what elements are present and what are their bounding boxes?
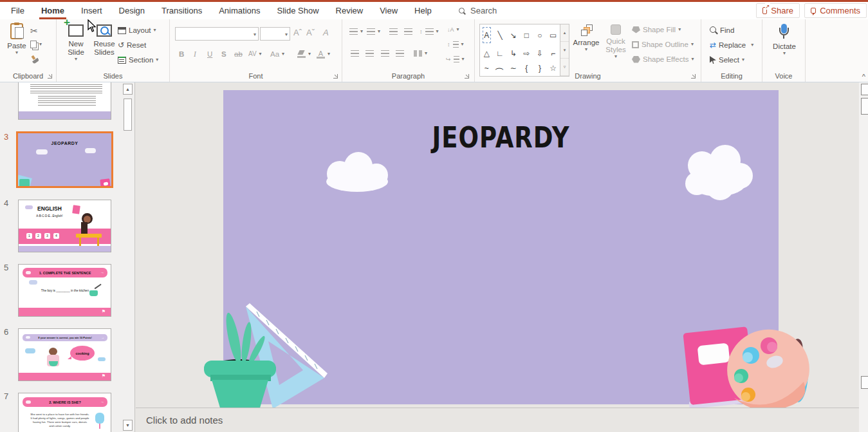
shape-outline-button[interactable]: Shape Outline ▾ bbox=[632, 41, 694, 48]
shape-corner-icon[interactable]: ⌐ bbox=[546, 46, 560, 61]
previous-slide-button[interactable] bbox=[861, 376, 868, 389]
gallery-down-icon[interactable]: ▾ bbox=[560, 42, 569, 59]
collapse-ribbon-icon[interactable]: ^ bbox=[862, 73, 865, 80]
dictate-button[interactable]: Dictate ▾ bbox=[770, 24, 799, 56]
align-center-button[interactable] bbox=[365, 50, 374, 57]
tab-review[interactable]: Review bbox=[328, 2, 372, 19]
quick-styles-button[interactable]: Quick Styles ▾ bbox=[602, 24, 629, 59]
shapes-gallery-scrollbar[interactable]: ▴ ▾ ▿ bbox=[560, 24, 569, 77]
shape-down-arrow-icon[interactable]: ⇩ bbox=[533, 46, 547, 61]
align-left-button[interactable] bbox=[351, 50, 359, 57]
slide7-candy-stick bbox=[99, 424, 100, 429]
shape-fill-button[interactable]: Shape Fill ▾ bbox=[632, 26, 681, 33]
text-shadow-button[interactable]: S bbox=[221, 50, 226, 58]
clipboard-dialog-launcher[interactable] bbox=[48, 74, 52, 79]
paste-button[interactable]: Paste ▾ bbox=[5, 23, 28, 55]
cloud-right[interactable] bbox=[678, 144, 757, 204]
section-button[interactable]: Section ▾ bbox=[118, 56, 158, 64]
slide-5-thumbnail[interactable]: 1. COMPLETE THE SENTENCE → The boy is __… bbox=[18, 264, 111, 317]
drawing-dialog-launcher[interactable] bbox=[691, 74, 696, 79]
select-button[interactable]: Select ▾ bbox=[710, 56, 744, 64]
thumbnails-scrollbar-thumb[interactable] bbox=[124, 99, 132, 131]
shape-triangle-icon[interactable]: △ bbox=[480, 46, 494, 61]
align-text-button[interactable]: ↕ ▾ bbox=[447, 41, 464, 48]
tab-insert[interactable]: Insert bbox=[73, 2, 111, 19]
notes-panel[interactable]: Click to add notes bbox=[136, 408, 859, 432]
slide-7-thumbnail[interactable]: 2. WHERE IS SHE? → She went to a place t… bbox=[18, 393, 111, 432]
find-button[interactable]: Find bbox=[710, 26, 734, 34]
font-size-combobox[interactable]: ▾ bbox=[260, 27, 290, 41]
bullets-button[interactable]: ▾ bbox=[349, 28, 363, 35]
underline-button[interactable]: U bbox=[207, 50, 212, 58]
cloud-left[interactable] bbox=[319, 149, 397, 194]
thumbnails-scroll-up-button[interactable]: ▲ bbox=[123, 84, 133, 95]
shape-elbow-connector-icon[interactable]: ∟ bbox=[494, 46, 507, 61]
italic-button[interactable]: I bbox=[194, 50, 196, 58]
arrange-button[interactable]: Arrange ▾ bbox=[571, 24, 601, 52]
slide-4-thumbnail[interactable]: ENGLISH A-B-C-D-E...English! 1 2 3 4 bbox=[18, 200, 111, 252]
increase-indent-button[interactable] bbox=[404, 28, 412, 35]
slide-thumbnail-panel: 3 JEOPARDY 4 ENGLISH A-B-C-D-E...English… bbox=[0, 82, 135, 432]
justify-button[interactable] bbox=[396, 50, 404, 57]
layout-button[interactable]: Layout ▾ bbox=[118, 26, 156, 34]
shape-elbow-arrow-icon[interactable]: ↳ bbox=[506, 46, 520, 61]
tab-transitions[interactable]: Transitions bbox=[153, 2, 210, 19]
grow-font-button[interactable]: Aˆ bbox=[293, 28, 302, 37]
columns-button[interactable]: ▾ bbox=[414, 50, 427, 57]
replace-button[interactable]: ⇄ Replace ▾ bbox=[710, 41, 753, 49]
shape-rectangle-icon[interactable]: □ bbox=[520, 24, 533, 46]
tab-file[interactable]: File bbox=[3, 2, 33, 19]
vertical-scrollbar-track-box[interactable] bbox=[861, 98, 868, 115]
strikethrough-button[interactable]: ab bbox=[234, 50, 243, 58]
shape-textbox-icon[interactable]: A bbox=[483, 27, 491, 43]
shrink-font-button[interactable]: Aˇ bbox=[306, 28, 315, 37]
numbering-button[interactable]: ▾ bbox=[367, 28, 380, 35]
gallery-up-icon[interactable]: ▴ bbox=[560, 24, 569, 42]
vertical-scrollbar-thumb[interactable] bbox=[861, 84, 868, 95]
search-box[interactable]: Search bbox=[459, 2, 497, 19]
notebook-palette-illustration[interactable] bbox=[675, 321, 820, 408]
tab-design[interactable]: Design bbox=[111, 2, 153, 19]
cut-button[interactable]: ✂ bbox=[30, 26, 38, 35]
font-color-button[interactable]: A ▾ bbox=[317, 50, 330, 59]
shape-line-icon[interactable]: ╲ bbox=[494, 24, 507, 46]
font-name-combobox[interactable]: ▾ bbox=[175, 27, 259, 41]
paragraph-dialog-launcher[interactable] bbox=[465, 74, 469, 79]
shapes-gallery[interactable]: A ╲ ↘ □ ○ ▭ △ ∟ ↳ ⇨ ⇩ ⌐ ~ ( ∼ { } ☆ bbox=[479, 24, 560, 77]
slide-6-thumbnail[interactable]: If your answer is correct, you win 10 Po… bbox=[18, 328, 111, 381]
plant-pot-ruler-illustration[interactable] bbox=[192, 303, 337, 408]
text-direction-button[interactable]: ↓A ▾ bbox=[447, 26, 459, 33]
tab-view[interactable]: View bbox=[371, 2, 406, 19]
new-slide-button[interactable]: New Slide ▾ bbox=[63, 24, 89, 62]
convert-to-smartart-button[interactable]: ↪ ▾ bbox=[446, 56, 465, 62]
shape-rounded-rectangle-icon[interactable]: ▭ bbox=[546, 24, 560, 46]
decrease-indent-button[interactable] bbox=[389, 28, 398, 35]
line-spacing-button[interactable]: ↕ ▾ bbox=[420, 28, 439, 35]
notes-placeholder[interactable]: Click to add notes bbox=[146, 415, 223, 426]
slide-2-thumbnail[interactable] bbox=[18, 82, 111, 120]
shape-oval-icon[interactable]: ○ bbox=[533, 24, 547, 46]
reset-button[interactable]: ↺ Reset bbox=[118, 41, 146, 49]
change-case-button[interactable]: Aa ▾ bbox=[270, 50, 284, 58]
highlight-button[interactable]: ▾ bbox=[297, 50, 311, 58]
bold-button[interactable]: B bbox=[179, 50, 184, 58]
copy-button[interactable]: ▾ bbox=[30, 41, 42, 48]
share-button[interactable]: Share bbox=[756, 3, 800, 18]
font-dialog-launcher[interactable] bbox=[333, 74, 338, 79]
format-painter-icon bbox=[28, 53, 40, 65]
copy-icon bbox=[30, 41, 37, 48]
shape-effects-button[interactable]: Shape Effects ▾ bbox=[632, 55, 694, 63]
tab-help[interactable]: Help bbox=[406, 2, 440, 19]
thumbnails-scroll-down-button[interactable]: ▼ bbox=[123, 420, 133, 431]
tab-animations[interactable]: Animations bbox=[210, 2, 268, 19]
character-spacing-button[interactable]: AV ▾ bbox=[248, 50, 262, 57]
slide-3-thumbnail[interactable]: JEOPARDY bbox=[18, 133, 111, 186]
clear-formatting-button[interactable]: A bbox=[323, 28, 329, 37]
comments-button[interactable]: Comments bbox=[804, 3, 867, 18]
format-painter-button[interactable] bbox=[30, 55, 39, 64]
shape-right-arrow-icon[interactable]: ⇨ bbox=[520, 46, 533, 61]
shape-arrow-icon[interactable]: ↘ bbox=[506, 24, 520, 46]
vertical-scrollbar[interactable] bbox=[859, 82, 868, 432]
align-right-button[interactable] bbox=[381, 50, 389, 57]
tab-slide-show[interactable]: Slide Show bbox=[268, 2, 327, 19]
